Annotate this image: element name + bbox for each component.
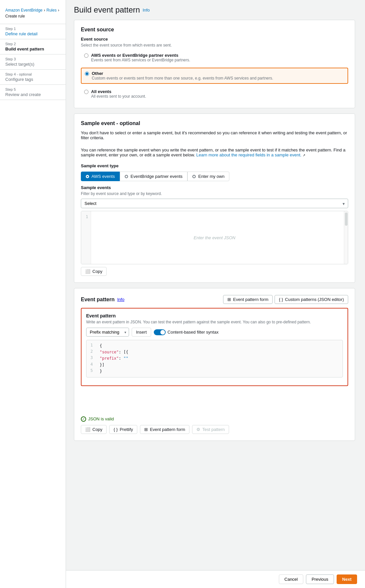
step-2-name: Build event pattern bbox=[5, 47, 60, 51]
sample-events-select-wrapper: Select bbox=[81, 199, 348, 208]
step-4-name: Configure tags bbox=[5, 77, 60, 82]
main-content: Build event pattern Info Event source Ev… bbox=[66, 0, 363, 588]
sample-event-placeholder: Enter the event JSON bbox=[194, 235, 235, 240]
test-pattern-button[interactable]: ⚙ Test pattern bbox=[192, 425, 229, 434]
code-3: "prefix": "" bbox=[100, 355, 128, 362]
event-pattern-header: Event pattern Info ⊞ Event pattern form … bbox=[81, 295, 348, 304]
sidebar: Amazon EventBridge › Rules › Create rule… bbox=[0, 0, 66, 588]
event-pattern-title: Event pattern bbox=[81, 297, 115, 303]
cancel-button[interactable]: Cancel bbox=[279, 574, 303, 584]
scrollbar-thumb bbox=[345, 212, 348, 226]
tab-enter-own[interactable]: Enter my own bbox=[187, 172, 229, 181]
external-link-icon: ↗ bbox=[303, 153, 305, 157]
ep-box-title: Event pattern bbox=[86, 313, 343, 318]
event-pattern-section: Event pattern Info ⊞ Event pattern form … bbox=[74, 288, 355, 441]
ln-2: 2 bbox=[90, 349, 97, 355]
breadcrumb-eventbridge[interactable]: Amazon EventBridge bbox=[5, 8, 43, 13]
breadcrumb-rules[interactable]: Rules bbox=[47, 8, 57, 13]
toggle-label: Content-based filter syntax bbox=[168, 330, 219, 335]
ep-btn-group: ⊞ Event pattern form { } Custom patterns… bbox=[223, 295, 348, 304]
breadcrumb-sep1: › bbox=[44, 8, 45, 13]
ep-form-btn[interactable]: ⊞ Event pattern form bbox=[223, 295, 273, 304]
radio-other[interactable]: Other Custom events or events sent from … bbox=[81, 68, 348, 84]
radio-aws-events-input[interactable] bbox=[84, 53, 88, 58]
spacer bbox=[81, 390, 348, 416]
sample-event-learn-link[interactable]: Learn more about the required fields in … bbox=[196, 152, 302, 157]
sidebar-step-3: Step 3 Select target(s) bbox=[0, 54, 66, 69]
ln-4: 4 bbox=[90, 362, 97, 368]
json-line-5: 5 } bbox=[90, 368, 339, 375]
ep-info-link[interactable]: Info bbox=[117, 297, 124, 302]
radio-other-desc: Custom events or events sent from more t… bbox=[92, 76, 273, 81]
step-3-name: Select target(s) bbox=[5, 62, 60, 67]
code-4: }] bbox=[100, 362, 104, 368]
sidebar-step-4: Step 4 - optional Configure tags bbox=[0, 69, 66, 84]
sample-events-desc: Filter by event source and type or by ke… bbox=[81, 191, 348, 196]
ep-title-group: Event pattern Info bbox=[81, 297, 124, 303]
copy-icon-2: ⬜ bbox=[85, 427, 90, 432]
tab-partner-events[interactable]: EventBridge partner events bbox=[120, 172, 187, 181]
radio-all-events[interactable]: All events All events sent to your accou… bbox=[81, 86, 348, 101]
step-3-label: Step 3 bbox=[5, 57, 60, 61]
breadcrumb: Amazon EventBridge › Rules › Create rule bbox=[0, 5, 66, 24]
event-source-field-label: Event source bbox=[81, 37, 348, 42]
step-5-label: Step 5 bbox=[5, 87, 60, 91]
ep-custom-btn[interactable]: { } Custom patterns (JSON editor) bbox=[275, 295, 348, 304]
ln-3: 3 bbox=[90, 355, 97, 362]
sample-event-tab-group: AWS events EventBridge partner events En… bbox=[81, 172, 348, 181]
next-button[interactable]: Next bbox=[337, 574, 357, 584]
radio-dot-inactive2 bbox=[192, 175, 196, 178]
sample-event-desc1: You don't have to select or enter a samp… bbox=[81, 130, 348, 140]
event-source-title: Event source bbox=[81, 27, 348, 33]
radio-all-events-input[interactable] bbox=[84, 90, 88, 94]
event-source-section: Event source Event source Select the eve… bbox=[74, 20, 355, 108]
ln-5: 5 bbox=[90, 368, 97, 375]
sample-event-scrollbar[interactable] bbox=[344, 211, 348, 264]
radio-other-input[interactable] bbox=[85, 72, 89, 76]
step-4-label: Step 4 - optional bbox=[5, 72, 60, 76]
page-info-link[interactable]: Info bbox=[143, 8, 150, 13]
sample-event-copy-button[interactable]: ⬜ Copy bbox=[81, 267, 107, 276]
tab-aws-events[interactable]: AWS events bbox=[81, 172, 120, 181]
radio-aws-events[interactable]: AWS events or EventBridge partner events… bbox=[81, 50, 348, 65]
content-filter-toggle[interactable] bbox=[154, 329, 166, 335]
sidebar-step-1[interactable]: Step 1 Define rule detail bbox=[0, 24, 66, 39]
sample-event-type-label: Sample event type bbox=[81, 163, 348, 168]
sample-events-label: Sample events bbox=[81, 185, 348, 190]
page-title: Build event pattern Info bbox=[74, 5, 355, 15]
sample-event-code-area[interactable]: 1 Enter the event JSON bbox=[81, 211, 348, 264]
step-1-name[interactable]: Define rule detail bbox=[5, 31, 60, 36]
json-code-area[interactable]: 1 { 2 "source": [{ 3 "prefix": "" 4 }] bbox=[86, 340, 343, 377]
footer-nav: Cancel Previous Next bbox=[66, 570, 365, 588]
form-icon-2: ⊞ bbox=[144, 427, 148, 432]
step-5-name: Review and create bbox=[5, 92, 60, 97]
toggle-switch[interactable]: Content-based filter syntax bbox=[154, 329, 219, 335]
prefix-select[interactable]: Prefix matching bbox=[86, 328, 129, 337]
sample-events-select[interactable]: Select bbox=[81, 199, 348, 208]
json-line-4: 4 }] bbox=[90, 362, 339, 368]
radio-aws-events-title: AWS events or EventBridge partner events bbox=[91, 53, 190, 58]
prefix-wrapper: Prefix matching bbox=[86, 328, 129, 337]
json-line-3: 3 "prefix": "" bbox=[90, 355, 339, 362]
radio-aws-events-content: AWS events or EventBridge partner events… bbox=[91, 53, 190, 62]
previous-button[interactable]: Previous bbox=[306, 574, 334, 584]
event-source-field-desc: Select the event source from which event… bbox=[81, 43, 348, 48]
json-line-2: 2 "source": [{ bbox=[90, 349, 339, 355]
breadcrumb-current: Create rule bbox=[5, 14, 25, 18]
radio-dot-active bbox=[86, 175, 89, 178]
ep-box-desc: Write an event pattern in JSON. You can … bbox=[86, 320, 343, 324]
sidebar-step-5: Step 5 Review and create bbox=[0, 84, 66, 100]
prettify-button[interactable]: { } Prettify bbox=[109, 425, 137, 434]
event-source-radio-group: AWS events or EventBridge partner events… bbox=[81, 50, 348, 101]
form-icon: ⊞ bbox=[227, 297, 231, 302]
sidebar-step-2: Step 2 Build event pattern bbox=[0, 39, 66, 54]
sample-event-section: Sample event - optional You don't have t… bbox=[74, 114, 355, 283]
insert-button[interactable]: Insert bbox=[132, 328, 151, 337]
ep-pattern-form-button[interactable]: ⊞ Event pattern form bbox=[140, 425, 189, 434]
radio-other-content: Other Custom events or events sent from … bbox=[92, 71, 273, 81]
json-valid-status: ✓ JSON is valid bbox=[81, 416, 348, 422]
ep-copy-button[interactable]: ⬜ Copy bbox=[81, 425, 107, 434]
code-1: { bbox=[100, 343, 102, 349]
sample-event-line-numbers: 1 bbox=[81, 211, 91, 264]
code-2: "source": [{ bbox=[100, 349, 128, 355]
